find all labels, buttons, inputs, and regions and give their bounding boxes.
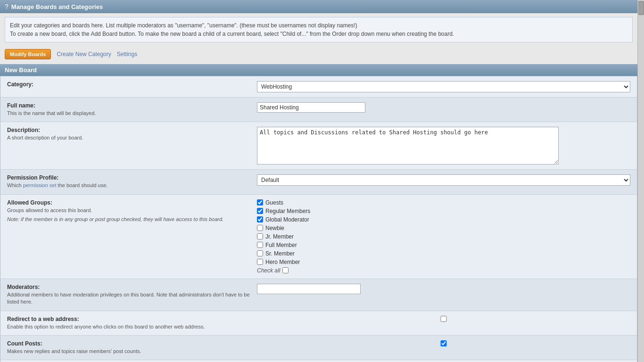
group-full-member[interactable]: Full Member bbox=[257, 242, 630, 248]
group-sr-member[interactable]: Sr. Member bbox=[257, 250, 630, 257]
permission-set-link[interactable]: permission set bbox=[23, 182, 57, 188]
group-jr-member[interactable]: Jr. Member bbox=[257, 233, 630, 240]
redirect-row: Redirect to a web address: Enable this o… bbox=[0, 311, 637, 336]
count-posts-checkbox[interactable] bbox=[257, 340, 630, 346]
modify-boards-button[interactable]: Modify Boards bbox=[5, 49, 51, 59]
permission-profile-sublabel: Which permission set the board should us… bbox=[7, 182, 252, 189]
fullname-label: Full name: bbox=[7, 102, 252, 109]
info-box: Edit your categories and boards here. Li… bbox=[5, 17, 633, 42]
title-bar: ? Manage Boards and Categories bbox=[0, 0, 637, 13]
group-jr-member-checkbox[interactable] bbox=[257, 233, 263, 239]
group-global-moderator[interactable]: Global Moderator bbox=[257, 216, 630, 223]
help-icon: ? bbox=[5, 3, 8, 10]
check-all-row: Check all bbox=[257, 267, 630, 274]
count-posts-sublabel: Makes new replies and topics raise membe… bbox=[7, 348, 252, 355]
check-all-checkbox[interactable] bbox=[282, 267, 289, 273]
category-select[interactable]: WebHosting General Support bbox=[257, 81, 630, 92]
category-label: Category: bbox=[7, 81, 252, 88]
redirect-checkbox[interactable] bbox=[257, 316, 630, 322]
allowed-groups-sublabel1: Groups allowed to access this board. bbox=[7, 207, 252, 214]
check-all-label: Check all bbox=[257, 267, 280, 274]
permission-profile-select[interactable]: Default Custom bbox=[257, 174, 630, 186]
group-guests[interactable]: Guests bbox=[257, 199, 630, 206]
moderators-label: Moderators: bbox=[7, 284, 252, 290]
group-full-member-checkbox[interactable] bbox=[257, 242, 263, 248]
redirect-label: Redirect to a web address: bbox=[7, 316, 252, 322]
group-hero-member[interactable]: Hero Member bbox=[257, 259, 630, 265]
group-newbie[interactable]: Newbie bbox=[257, 225, 630, 231]
redirect-sublabel: Enable this option to redirect anyone wh… bbox=[7, 323, 252, 330]
moderators-row: Moderators: Additional members to have m… bbox=[0, 279, 637, 311]
permission-profile-row: Permission Profile: Which permission set… bbox=[0, 170, 637, 194]
fullname-input[interactable] bbox=[257, 102, 365, 113]
allowed-groups-label: Allowed Groups: bbox=[7, 199, 252, 206]
group-regular-members[interactable]: Regular Members bbox=[257, 208, 630, 214]
moderators-sublabel: Additional members to have moderation pr… bbox=[7, 291, 252, 306]
description-row: Description: A short description of your… bbox=[0, 122, 637, 170]
scrollbar[interactable] bbox=[637, 0, 644, 362]
board-theme-row: Board Theme: This allows you to change t… bbox=[0, 360, 637, 362]
info-line1: Edit your categories and boards here. Li… bbox=[10, 21, 627, 30]
moderators-input[interactable] bbox=[257, 284, 361, 294]
allowed-groups-row: Allowed Groups: Groups allowed to access… bbox=[0, 195, 637, 279]
group-sr-member-checkbox[interactable] bbox=[257, 250, 263, 256]
permission-profile-label: Permission Profile: bbox=[7, 174, 252, 181]
group-hero-member-checkbox[interactable] bbox=[257, 259, 263, 265]
page-title: Manage Boards and Categories bbox=[11, 3, 103, 10]
count-posts-row: Count Posts: Makes new replies and topic… bbox=[0, 336, 637, 360]
group-guests-checkbox[interactable] bbox=[257, 199, 263, 206]
info-line2: To create a new board, click the Add Boa… bbox=[10, 30, 627, 38]
new-board-header: New Board bbox=[0, 64, 637, 76]
count-posts-label: Count Posts: bbox=[7, 340, 252, 347]
settings-link[interactable]: Settings bbox=[117, 51, 137, 58]
new-board-form: Category: WebHosting General Support Ful… bbox=[0, 76, 637, 362]
toolbar: Modify Boards Create New Category Settin… bbox=[0, 46, 637, 64]
fullname-row: Full name: This is the name that will be… bbox=[0, 98, 637, 122]
group-global-moderator-checkbox[interactable] bbox=[257, 216, 263, 222]
group-newbie-checkbox[interactable] bbox=[257, 225, 263, 231]
category-row: Category: WebHosting General Support bbox=[0, 76, 637, 98]
allowed-groups-checkboxes: Guests Regular Members Global Moderator … bbox=[257, 199, 630, 265]
scrollbar-thumb[interactable] bbox=[638, 1, 644, 15]
description-label: Description: bbox=[7, 127, 252, 133]
allowed-groups-sublabel2: Note: if the member is in any group or p… bbox=[7, 216, 252, 223]
group-regular-members-checkbox[interactable] bbox=[257, 208, 263, 214]
description-textarea[interactable]: All topics and Discussions related to Sh… bbox=[257, 127, 559, 165]
fullname-sublabel: This is the name that will be displayed. bbox=[7, 110, 252, 117]
create-new-category-link[interactable]: Create New Category bbox=[57, 51, 111, 58]
description-sublabel: A short description of your board. bbox=[7, 134, 252, 141]
